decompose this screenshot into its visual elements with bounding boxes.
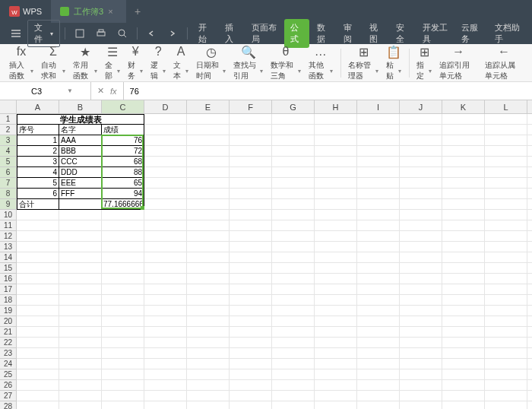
cell-D22[interactable]	[144, 338, 187, 348]
cell-K20[interactable]	[442, 316, 485, 327]
row-header-22[interactable]: 22	[0, 338, 17, 348]
cell-C25[interactable]	[102, 369, 144, 380]
row-header-24[interactable]: 24	[0, 359, 17, 369]
column-header-G[interactable]: G	[272, 100, 315, 114]
cell-A21[interactable]	[17, 327, 59, 338]
cell-A1[interactable]: 学生成绩表	[17, 114, 144, 125]
row-header-1[interactable]: 1	[0, 114, 17, 125]
cell-H3[interactable]	[315, 135, 357, 146]
cell-G24[interactable]	[272, 359, 315, 369]
cell-F19[interactable]	[230, 306, 272, 316]
cell-E22[interactable]	[187, 338, 230, 348]
ribbon-常用函数[interactable]: ★常用函数▾	[70, 44, 100, 81]
cell-B20[interactable]	[59, 316, 102, 327]
cell-E6[interactable]	[187, 167, 230, 178]
print-icon[interactable]	[91, 25, 111, 42]
cell-D15[interactable]	[144, 263, 187, 274]
cell-G28[interactable]	[272, 401, 315, 409]
column-header-J[interactable]: J	[400, 100, 442, 114]
cell-L26[interactable]	[485, 380, 527, 391]
cell-C2[interactable]: 成绩	[102, 125, 144, 135]
cell-I20[interactable]	[357, 316, 400, 327]
cell-B2[interactable]: 名字	[59, 125, 102, 135]
save-icon[interactable]	[70, 25, 90, 42]
cell-M20[interactable]	[527, 316, 532, 327]
cell-D19[interactable]	[144, 306, 187, 316]
cell-L3[interactable]	[485, 135, 527, 146]
cell-C26[interactable]	[102, 380, 144, 391]
cell-L22[interactable]	[485, 338, 527, 348]
cell-E20[interactable]	[187, 316, 230, 327]
ribbon-指定[interactable]: ⊞指定▾	[413, 44, 435, 81]
cell-J7[interactable]	[400, 178, 442, 189]
cell-I8[interactable]	[357, 189, 400, 199]
cell-K15[interactable]	[442, 263, 485, 274]
cell-B18[interactable]	[59, 295, 102, 306]
cell-E19[interactable]	[187, 306, 230, 316]
cell-L17[interactable]	[485, 284, 527, 295]
cell-C10[interactable]	[102, 210, 144, 220]
cell-C8[interactable]: 94	[102, 189, 144, 199]
cell-E1[interactable]	[187, 114, 230, 125]
cell-I9[interactable]	[357, 199, 400, 210]
cell-B4[interactable]: BBB	[59, 146, 102, 157]
cell-K19[interactable]	[442, 306, 485, 316]
cell-E24[interactable]	[187, 359, 230, 369]
cell-C9[interactable]: 77.16666667	[102, 199, 144, 210]
cell-M11[interactable]	[527, 220, 532, 231]
cell-J16[interactable]	[400, 274, 442, 284]
cell-M3[interactable]	[527, 135, 532, 146]
cell-H17[interactable]	[315, 284, 357, 295]
cell-D26[interactable]	[144, 380, 187, 391]
row-header-20[interactable]: 20	[0, 316, 17, 327]
cell-E18[interactable]	[187, 295, 230, 306]
column-header-A[interactable]: A	[17, 100, 59, 114]
cell-M25[interactable]	[527, 369, 532, 380]
cell-D16[interactable]	[144, 274, 187, 284]
cell-D25[interactable]	[144, 369, 187, 380]
cell-I13[interactable]	[357, 242, 400, 252]
cell-C16[interactable]	[102, 274, 144, 284]
cell-M28[interactable]	[527, 401, 532, 409]
cell-K8[interactable]	[442, 189, 485, 199]
cell-M26[interactable]	[527, 380, 532, 391]
cell-F13[interactable]	[230, 242, 272, 252]
cell-D2[interactable]	[144, 125, 187, 135]
cell-L6[interactable]	[485, 167, 527, 178]
cell-A2[interactable]: 序号	[17, 125, 59, 135]
cell-C18[interactable]	[102, 295, 144, 306]
select-all-corner[interactable]	[0, 100, 17, 114]
cell-F20[interactable]	[230, 316, 272, 327]
cell-J19[interactable]	[400, 306, 442, 316]
cell-G19[interactable]	[272, 306, 315, 316]
cell-B25[interactable]	[59, 369, 102, 380]
cell-H15[interactable]	[315, 263, 357, 274]
cell-L18[interactable]	[485, 295, 527, 306]
cell-G5[interactable]	[272, 157, 315, 167]
cell-B8[interactable]: FFF	[59, 189, 102, 199]
cell-I25[interactable]	[357, 369, 400, 380]
cell-B28[interactable]	[59, 401, 102, 409]
cell-A25[interactable]	[17, 369, 59, 380]
cell-K13[interactable]	[442, 242, 485, 252]
cell-C20[interactable]	[102, 316, 144, 327]
undo-icon[interactable]	[141, 25, 161, 42]
cell-F3[interactable]	[230, 135, 272, 146]
cell-F4[interactable]	[230, 146, 272, 157]
row-header-17[interactable]: 17	[0, 284, 17, 295]
cell-C13[interactable]	[102, 242, 144, 252]
cell-J6[interactable]	[400, 167, 442, 178]
row-header-19[interactable]: 19	[0, 306, 17, 316]
cell-A26[interactable]	[17, 380, 59, 391]
cell-H2[interactable]	[315, 125, 357, 135]
cell-D13[interactable]	[144, 242, 187, 252]
cell-I10[interactable]	[357, 210, 400, 220]
row-header-4[interactable]: 4	[0, 146, 17, 157]
cell-L23[interactable]	[485, 348, 527, 359]
ribbon-其他函数[interactable]: …其他函数▾	[306, 44, 336, 81]
cell-L14[interactable]	[485, 252, 527, 263]
cell-H26[interactable]	[315, 380, 357, 391]
cell-G12[interactable]	[272, 231, 315, 242]
cell-I27[interactable]	[357, 391, 400, 401]
cell-F14[interactable]	[230, 252, 272, 263]
